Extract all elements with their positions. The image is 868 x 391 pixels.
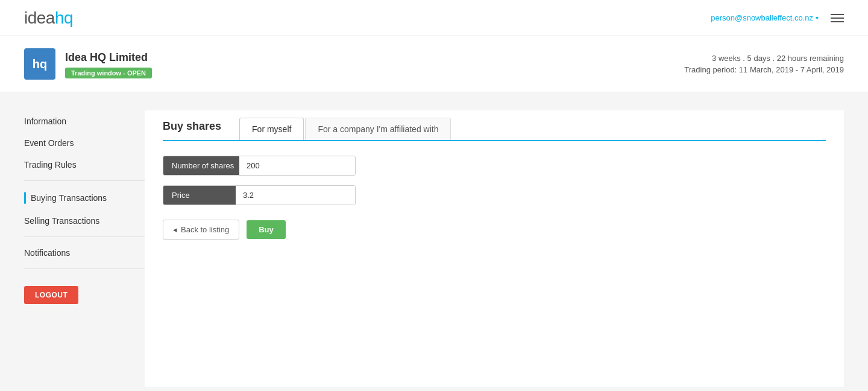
sidebar-item-trading-rules[interactable]: Trading Rules (24, 154, 145, 176)
header-right: person@snowballeffect.co.nz ▾ (711, 13, 844, 22)
app-header: ideahq person@snowballeffect.co.nz ▾ (0, 0, 868, 36)
main-content: Information Event Orders Trading Rules B… (0, 92, 868, 391)
sidebar-item-information[interactable]: Information (24, 110, 145, 132)
sidebar-item-notifications[interactable]: Notifications (24, 242, 145, 264)
company-logo: hq (24, 48, 55, 80)
company-name: Idea HQ Limited (65, 51, 152, 64)
remaining-time: 3 weeks . 5 days . 22 hours remaining (684, 54, 844, 63)
active-indicator (24, 192, 26, 204)
logout-button[interactable]: LOGOUT (24, 286, 78, 304)
logo-idea: idea (24, 8, 55, 27)
sidebar-divider-1 (24, 180, 145, 181)
sidebar-item-selling-transactions[interactable]: Selling Transactions (24, 210, 145, 232)
back-to-listing-button[interactable]: ◂ Back to listing (163, 220, 239, 240)
price-field-row: Price (163, 185, 356, 205)
tab-for-myself[interactable]: For myself (239, 118, 304, 140)
shares-field-group: Number of shares (163, 156, 826, 176)
chevron-down-icon: ▾ (816, 14, 819, 21)
sidebar-divider-3 (24, 269, 145, 269)
logo: ideahq (24, 8, 73, 28)
page-title: Buy shares (163, 110, 233, 140)
logo-hq: hq (55, 8, 73, 27)
sidebar-item-event-orders[interactable]: Event Orders (24, 132, 145, 154)
buy-button[interactable]: Buy (247, 220, 286, 239)
sidebar-item-buying-transactions[interactable]: Buying Transactions (24, 186, 145, 210)
tab-for-company[interactable]: For a company I'm affiliated with (305, 118, 451, 140)
back-icon: ◂ (173, 225, 177, 234)
company-header: hq Idea HQ Limited Trading window - OPEN… (0, 36, 868, 92)
shares-input[interactable] (239, 156, 355, 175)
sidebar: Information Event Orders Trading Rules B… (24, 110, 145, 387)
content-area: Buy shares For myself For a company I'm … (145, 110, 844, 387)
back-label: Back to listing (181, 225, 229, 234)
price-field-group: Price (163, 185, 826, 205)
price-input[interactable] (236, 186, 355, 205)
trading-period: Trading period: 11 March, 2019 - 7 April… (684, 65, 844, 74)
shares-label: Number of shares (163, 156, 239, 175)
hamburger-menu[interactable] (831, 14, 844, 22)
shares-field-row: Number of shares (163, 156, 356, 176)
tabs-header: Buy shares For myself For a company I'm … (163, 110, 826, 141)
trading-window-badge: Trading window - OPEN (65, 68, 152, 78)
price-label: Price (163, 186, 236, 205)
form-actions: ◂ Back to listing Buy (163, 220, 826, 240)
user-email[interactable]: person@snowballeffect.co.nz ▾ (711, 13, 819, 22)
sidebar-divider-2 (24, 237, 145, 237)
